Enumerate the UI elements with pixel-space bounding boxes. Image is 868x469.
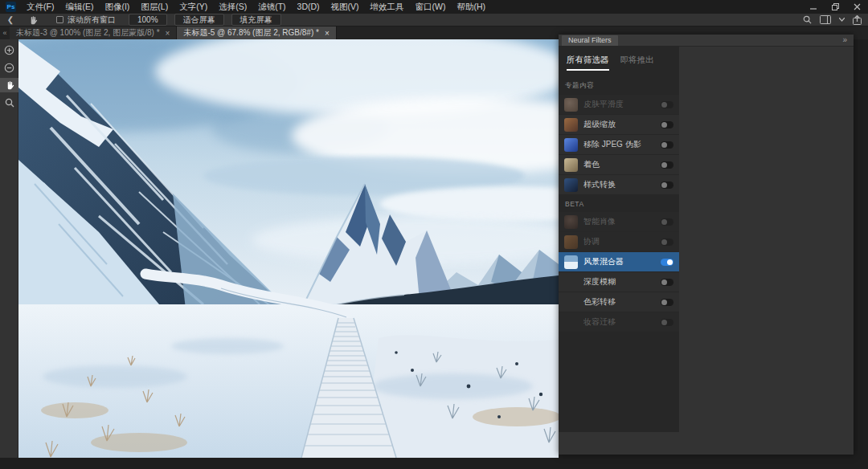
- panel-title[interactable]: Neural Filters: [562, 35, 618, 46]
- menu-select[interactable]: 选择(S): [213, 0, 252, 14]
- fit-screen-button[interactable]: 适合屏幕: [174, 14, 224, 26]
- filter-thumbnail: [564, 235, 578, 249]
- add-selection-tool-icon[interactable]: [0, 43, 18, 57]
- filter-label: 深度模糊: [583, 276, 661, 288]
- fill-screen-button[interactable]: 填充屏幕: [231, 14, 281, 26]
- close-tab-icon[interactable]: ×: [325, 29, 330, 38]
- hand-tool-icon: [21, 15, 45, 25]
- scroll-all-windows-label: 滚动所有窗口: [68, 14, 116, 26]
- close-icon[interactable]: [846, 0, 868, 14]
- document-tab-1[interactable]: 未标题-3 @ 100% (图层 2, 图层蒙版/8) * ×: [10, 27, 177, 39]
- canvas-area[interactable]: [18, 39, 559, 458]
- menu-view[interactable]: 视图(V): [326, 0, 365, 14]
- toggle-off-icon[interactable]: [661, 161, 674, 169]
- menu-help[interactable]: 帮助(H): [452, 0, 492, 14]
- share-icon[interactable]: [853, 15, 862, 25]
- filter-list-column: 所有筛选器 即将推出 专题内容 皮肤平滑度 超级缩放 移除 JPEG 伪影 着色…: [559, 47, 679, 432]
- filter-thumbnail: [564, 98, 578, 112]
- filter-row-color-transfer[interactable]: 色彩转移: [559, 292, 679, 312]
- panel-header: Neural Filters »: [559, 35, 854, 47]
- filter-thumbnail: [564, 138, 578, 152]
- filter-label: 智能肖像: [583, 216, 661, 227]
- filter-label: 着色: [583, 159, 661, 170]
- featured-section-header: 专题内容: [565, 81, 673, 91]
- chevron-down-icon[interactable]: [839, 18, 845, 22]
- filter-row-style-transfer[interactable]: 样式转换: [559, 175, 679, 194]
- panel-collapse-icon[interactable]: »: [842, 35, 847, 44]
- toggle-off-icon[interactable]: [661, 141, 674, 149]
- filter-row-jpeg-artifacts[interactable]: 移除 JPEG 伪影: [559, 135, 679, 154]
- filter-row-harmonization[interactable]: 协调: [559, 232, 679, 251]
- menu-layer[interactable]: 图层(L): [135, 0, 174, 14]
- document-tab-2[interactable]: 未标题-5 @ 67.8% (图层 2, RGB/8#) * ×: [177, 27, 336, 39]
- menu-filter[interactable]: 滤镜(T): [252, 0, 291, 14]
- menu-edit[interactable]: 编辑(E): [59, 0, 99, 14]
- filter-label: 移除 JPEG 伪影: [583, 139, 661, 150]
- hand-tool-icon[interactable]: [0, 78, 18, 92]
- menu-image[interactable]: 图像(I): [99, 0, 135, 14]
- filter-row-makeup-transfer[interactable]: 妆容迁移: [559, 312, 679, 332]
- menu-type[interactable]: 文字(Y): [174, 0, 213, 14]
- menu-plugins[interactable]: 增效工具: [365, 0, 410, 14]
- document-tab-1-title: 未标题-3 @ 100% (图层 2, 图层蒙版/8) *: [16, 27, 160, 39]
- filter-thumbnail: [564, 158, 578, 172]
- toggle-off-icon[interactable]: [661, 181, 674, 189]
- filter-row-super-zoom[interactable]: 超级缩放: [559, 115, 679, 134]
- tab-all-filters[interactable]: 所有筛选器: [567, 55, 609, 71]
- filter-label: 样式转换: [583, 179, 661, 190]
- filter-label: 皮肤平滑度: [583, 99, 661, 110]
- toggle-off-icon[interactable]: [661, 218, 674, 226]
- close-tab-icon[interactable]: ×: [166, 29, 170, 38]
- toggle-off-icon[interactable]: [661, 239, 674, 246]
- filter-thumbnail: [564, 118, 578, 132]
- toggle-off-icon[interactable]: [661, 319, 674, 326]
- filter-thumbnail: [564, 275, 578, 289]
- menu-file[interactable]: 文件(F): [21, 0, 59, 14]
- zoom-100-button[interactable]: 100%: [129, 14, 167, 26]
- filter-thumbnail: [564, 296, 578, 309]
- toggle-off-icon[interactable]: [661, 279, 674, 286]
- neural-filter-tool-strip: [0, 39, 18, 458]
- tool-preset-chevron-icon[interactable]: ❮: [0, 15, 21, 24]
- filter-row-colorize[interactable]: 着色: [559, 155, 679, 174]
- zoom-tool-icon[interactable]: [0, 96, 18, 110]
- collapse-tools-icon[interactable]: «: [0, 27, 10, 39]
- menu-3d[interactable]: 3D(D): [292, 0, 326, 14]
- subtract-selection-tool-icon[interactable]: [0, 60, 18, 75]
- search-icon[interactable]: [803, 15, 812, 24]
- filter-label: 超级缩放: [583, 119, 661, 130]
- scroll-all-windows-checkbox[interactable]: [56, 16, 63, 23]
- filter-row-smart-portrait[interactable]: 智能肖像: [559, 212, 679, 231]
- document-tab-2-title: 未标题-5 @ 67.8% (图层 2, RGB/8#) *: [183, 27, 319, 39]
- filter-row-landscape-mixer[interactable]: 风景混合器: [559, 252, 679, 271]
- filter-thumbnail: [564, 255, 578, 269]
- restore-icon[interactable]: [825, 0, 846, 14]
- filter-thumbnail: [564, 316, 578, 329]
- menu-window[interactable]: 窗口(W): [410, 0, 452, 14]
- filter-thumbnail: [564, 215, 578, 229]
- filter-label: 风景混合器: [583, 256, 661, 267]
- filter-label: 妆容迁移: [583, 316, 661, 328]
- workspace-switcher-icon[interactable]: [820, 15, 831, 24]
- tool-options-bar: ❮ 滚动所有窗口 100% 适合屏幕 填充屏幕: [0, 14, 868, 27]
- neural-filters-panel: Neural Filters » 所有筛选器 即将推出 专题内容 皮肤平滑度 超…: [559, 35, 854, 455]
- filter-row-skin-smoothing[interactable]: 皮肤平滑度: [559, 95, 679, 114]
- beta-section-header: BETA: [565, 200, 673, 208]
- toggle-off-icon[interactable]: [661, 101, 674, 108]
- tab-coming-soon[interactable]: 即将推出: [620, 55, 654, 71]
- menu-bar: Ps 文件(F) 编辑(E) 图像(I) 图层(L) 文字(Y) 选择(S) 滤…: [0, 0, 868, 14]
- filter-label: 协调: [583, 236, 661, 247]
- photoshop-logo: Ps: [6, 2, 16, 12]
- filter-row-depth-blur[interactable]: 深度模糊: [559, 272, 679, 292]
- toggle-off-icon[interactable]: [661, 121, 674, 128]
- toggle-on-icon[interactable]: [661, 259, 674, 266]
- filter-label: 色彩转移: [583, 296, 661, 308]
- toggle-off-icon[interactable]: [661, 299, 674, 306]
- minimize-icon[interactable]: [803, 0, 825, 14]
- filter-thumbnail: [564, 178, 578, 192]
- canvas-image: [18, 39, 559, 458]
